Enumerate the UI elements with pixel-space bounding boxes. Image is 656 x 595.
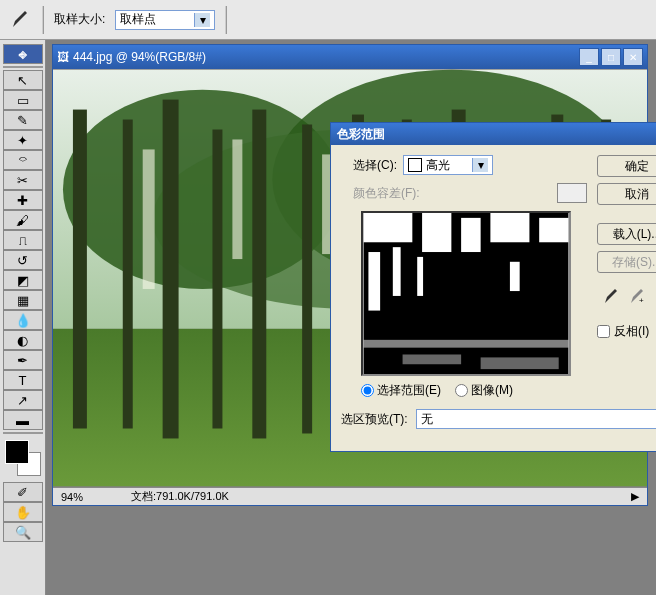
sample-size-select[interactable]: 取样点 ▾ xyxy=(115,10,215,30)
preview-dropdown[interactable]: 无 ▾ xyxy=(416,409,656,429)
preview-label: 选区预览(T): xyxy=(341,411,408,428)
document-title: 444.jpg @ 94%(RGB/8#) xyxy=(69,50,579,64)
eyedropper-icon[interactable] xyxy=(601,287,621,307)
svg-rect-32 xyxy=(481,357,559,369)
foreground-color-swatch[interactable] xyxy=(5,440,29,464)
shape-tool[interactable]: ▬ xyxy=(3,410,43,430)
chevron-down-icon: ▾ xyxy=(194,13,210,27)
status-menu-arrow[interactable]: ▶ xyxy=(631,490,639,503)
dodge-tool[interactable]: ◐ xyxy=(3,330,43,350)
ok-button[interactable]: 确定 xyxy=(597,155,656,177)
svg-rect-24 xyxy=(490,213,529,242)
highlight-swatch-icon xyxy=(408,158,422,172)
svg-rect-8 xyxy=(212,130,222,429)
slice-tool[interactable]: ✂ xyxy=(3,170,43,190)
svg-rect-6 xyxy=(123,120,133,429)
eraser-tool[interactable]: ◩ xyxy=(3,270,43,290)
sample-size-value: 取样点 xyxy=(120,11,156,28)
color-swatches[interactable] xyxy=(5,440,41,476)
svg-rect-31 xyxy=(403,354,462,364)
svg-rect-19 xyxy=(322,154,330,254)
sample-size-label: 取样大小: xyxy=(54,11,105,28)
file-icon: 🖼 xyxy=(57,50,69,64)
select-value: 高光 xyxy=(426,157,450,174)
path-tool[interactable]: ↗ xyxy=(3,390,43,410)
wand-tool[interactable]: ✦ xyxy=(3,130,43,150)
close-button[interactable]: ✕ xyxy=(623,48,643,66)
move-tool[interactable]: ↖ xyxy=(3,70,43,90)
invert-label: 反相(I) xyxy=(614,323,649,340)
dialog-titlebar[interactable]: 色彩范围 ✕ xyxy=(331,123,656,145)
selection-radio-input[interactable] xyxy=(361,384,374,397)
history-brush-tool[interactable]: ↺ xyxy=(3,250,43,270)
svg-rect-9 xyxy=(252,110,266,439)
svg-rect-17 xyxy=(143,149,155,289)
document-titlebar[interactable]: 🖼 444.jpg @ 94%(RGB/8#) _ □ ✕ xyxy=(53,45,647,69)
cancel-button[interactable]: 取消 xyxy=(597,183,656,205)
svg-rect-29 xyxy=(510,262,520,291)
svg-rect-18 xyxy=(232,139,242,259)
zoom-tool[interactable]: 🔍 xyxy=(3,522,43,542)
selection-preview[interactable] xyxy=(361,211,571,376)
preview-value: 无 xyxy=(421,411,433,428)
svg-rect-25 xyxy=(539,218,568,242)
chevron-down-icon: ▾ xyxy=(472,158,488,172)
svg-text:+: + xyxy=(639,296,644,305)
heal-tool[interactable]: ✚ xyxy=(3,190,43,210)
gradient-tool[interactable]: ▦ xyxy=(3,290,43,310)
dialog-title: 色彩范围 xyxy=(337,126,656,143)
invert-checkbox[interactable] xyxy=(597,325,610,338)
minimize-button[interactable]: _ xyxy=(579,48,599,66)
separator xyxy=(42,6,44,34)
image-radio-input[interactable] xyxy=(455,384,468,397)
select-dropdown[interactable]: 高光 ▾ xyxy=(403,155,493,175)
zoom-level[interactable]: 94% xyxy=(61,491,111,503)
svg-rect-27 xyxy=(393,247,401,296)
selection-radio[interactable]: 选择范围(E) xyxy=(361,382,441,399)
load-button[interactable]: 载入(L)... xyxy=(597,223,656,245)
document-status: 文档:791.0K/791.0K xyxy=(131,489,229,504)
maximize-button[interactable]: □ xyxy=(601,48,621,66)
lasso-tool[interactable]: ✎ xyxy=(3,110,43,130)
select-label: 选择(C): xyxy=(353,157,397,174)
toolbox: ⎆ ↖ ▭ ✎ ✦ ⌔ ✂ ✚ 🖌 ⎍ ↺ ◩ ▦ 💧 ◐ ✒ T ↗ ▬ ✐ … xyxy=(0,40,46,595)
svg-rect-22 xyxy=(422,213,451,252)
svg-rect-26 xyxy=(368,252,380,311)
stamp-tool[interactable]: ⎍ xyxy=(3,230,43,250)
svg-rect-30 xyxy=(364,340,569,348)
marquee-tool[interactable]: ▭ xyxy=(3,90,43,110)
eyedropper-add-icon[interactable]: + xyxy=(627,287,647,307)
svg-rect-21 xyxy=(364,213,413,242)
eyedropper-tool[interactable]: ✐ xyxy=(3,482,43,502)
fuzziness-value-box xyxy=(557,183,587,203)
svg-rect-5 xyxy=(73,110,87,429)
svg-rect-7 xyxy=(163,100,179,439)
eyedropper-tool-icon xyxy=(8,8,32,32)
color-range-dialog: 色彩范围 ✕ 选择(C): 高光 ▾ 颜色容差(F): xyxy=(330,122,656,452)
blur-tool[interactable]: 💧 xyxy=(3,310,43,330)
svg-rect-23 xyxy=(461,218,481,252)
type-tool[interactable]: T xyxy=(3,370,43,390)
image-radio[interactable]: 图像(M) xyxy=(455,382,513,399)
fuzziness-label: 颜色容差(F): xyxy=(353,185,420,202)
save-button: 存储(S)... xyxy=(597,251,656,273)
crop-tool[interactable]: ⌔ xyxy=(3,150,43,170)
svg-rect-28 xyxy=(417,257,423,296)
pen-tool[interactable]: ✒ xyxy=(3,350,43,370)
hand-tool[interactable]: ✋ xyxy=(3,502,43,522)
separator xyxy=(225,6,227,34)
ps-logo: ⎆ xyxy=(3,44,43,64)
brush-tool[interactable]: 🖌 xyxy=(3,210,43,230)
svg-rect-10 xyxy=(302,125,312,434)
